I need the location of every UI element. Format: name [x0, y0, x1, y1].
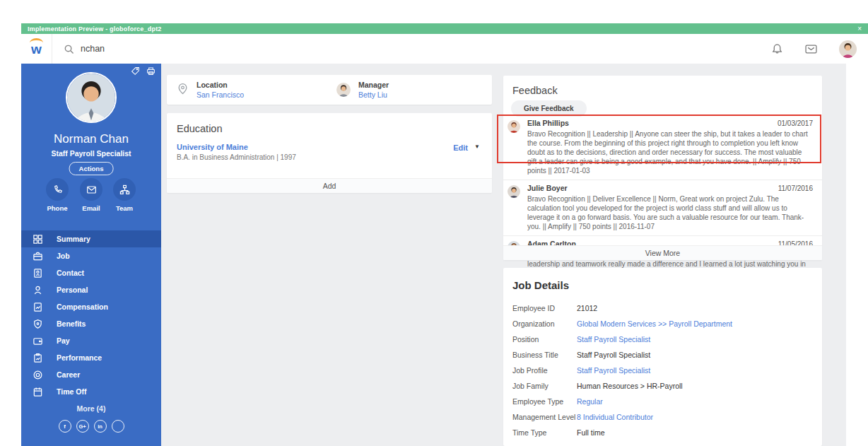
sidebar-item-contact[interactable]: Contact — [21, 264, 161, 281]
phone-icon — [46, 178, 69, 201]
google-plus-icon[interactable]: G+ — [76, 420, 89, 433]
chevron-down-icon[interactable]: ▼ — [474, 143, 480, 150]
sidebar-item-summary[interactable]: Summary — [21, 230, 161, 247]
notifications-bell-icon[interactable] — [771, 43, 783, 55]
header-actions — [771, 34, 857, 64]
employee-job-title: Staff Payroll Specialist — [21, 149, 161, 158]
content-area: Norman Chan Staff Payroll Specialist Act… — [21, 64, 846, 446]
job-detail-row: Organization Global Modern Services >> P… — [512, 316, 813, 331]
job-detail-row: Position Staff Payroll Specialist — [512, 331, 813, 347]
location-value-link[interactable]: San Francisco — [197, 90, 244, 99]
job-detail-label: Job Family — [512, 382, 577, 390]
benefits-shield-icon — [33, 319, 43, 329]
time-off-calendar-icon — [33, 387, 43, 397]
job-detail-value[interactable]: Staff Payroll Specialist — [577, 366, 650, 375]
sidebar-item-performance[interactable]: Performance — [21, 349, 161, 366]
facebook-icon[interactable]: f — [59, 420, 71, 433]
sidebar-item-time-off[interactable]: Time Off — [21, 383, 161, 400]
job-detail-row: Job Family Human Resources > HR-Payroll — [512, 378, 813, 394]
job-detail-row: Employee Type Regular — [512, 394, 813, 409]
search-bar — [64, 44, 307, 54]
job-details-card: Job Details Employee ID 21012 Organizati… — [503, 268, 822, 446]
job-detail-label: Employee Type — [512, 397, 577, 406]
feedback-author: Julie Boyer — [527, 184, 568, 192]
job-detail-label: Time Type — [512, 428, 577, 437]
personal-person-icon — [33, 285, 43, 295]
avatar — [508, 120, 520, 133]
manager-group: Manager Betty Liu — [336, 75, 389, 105]
manager-value-link[interactable]: Betty Liu — [358, 90, 389, 99]
email-icon — [80, 178, 102, 201]
job-details-rows: Employee ID 21012 Organization Global Mo… — [512, 300, 813, 440]
feedback-item: Julie Boyer 11/07/2016 Bravo Recognition… — [503, 180, 822, 235]
feedback-text: Bravo Recognition || Deliver Excellence … — [527, 194, 813, 231]
sidebar-item-personal[interactable]: Personal — [21, 281, 161, 298]
search-input[interactable] — [81, 44, 307, 54]
avatar — [508, 185, 520, 198]
compensation-doc-icon — [33, 302, 43, 312]
profile-avatar[interactable] — [839, 40, 857, 58]
sidebar-item-compensation[interactable]: Compensation — [21, 298, 161, 315]
job-detail-value[interactable]: Global Modern Services >> Payroll Depart… — [577, 319, 732, 328]
sidebar-item-pay[interactable]: Pay — [21, 332, 161, 349]
workday-logo[interactable]: w — [21, 34, 52, 64]
career-target-icon — [33, 370, 43, 380]
social-links: fG+in — [21, 420, 161, 433]
implementation-preview-bar: Implementation Preview - globoforce_dpt2… — [21, 23, 868, 34]
feedback-date: 11/07/2016 — [778, 184, 813, 192]
job-detail-value: Human Resources > HR-Payroll — [577, 382, 683, 390]
team-icon — [113, 178, 136, 201]
edit-button[interactable]: Edit — [453, 143, 468, 152]
team-quick-action[interactable]: Team — [109, 178, 140, 212]
education-card: Education University of Maine B.A. in Bu… — [167, 113, 492, 193]
employee-photo[interactable] — [66, 72, 117, 123]
actions-button[interactable]: Actions — [69, 162, 114, 175]
job-detail-value[interactable]: 8 Individual Contributor — [577, 413, 653, 421]
give-feedback-button[interactable]: Give Feedback — [511, 100, 587, 117]
performance-clipboard-icon — [33, 353, 43, 363]
phone-quick-action[interactable]: Phone — [42, 178, 73, 212]
twitter-icon[interactable] — [112, 420, 124, 433]
profile-sidebar: Norman Chan Staff Payroll Specialist Act… — [21, 64, 161, 446]
job-detail-label: Business Title — [512, 351, 577, 359]
add-button[interactable]: Add — [167, 178, 492, 193]
sidebar-item-benefits[interactable]: Benefits — [21, 315, 161, 332]
summary-grid-icon — [33, 234, 43, 245]
top-header: w — [21, 34, 868, 64]
feedback-text: Bravo Recognition || Leadership || Anyon… — [527, 129, 813, 175]
feedback-author: Ella Phillips — [527, 119, 569, 127]
job-detail-row: Job Profile Staff Payroll Specialist — [512, 363, 813, 378]
job-detail-row: Business Title Staff Payroll Specialist — [512, 347, 813, 363]
linkedin-icon[interactable]: in — [94, 420, 107, 433]
education-title: Education — [177, 123, 223, 134]
job-detail-value: Staff Payroll Specialist — [577, 351, 650, 359]
job-detail-row: Time Type Full time — [512, 425, 813, 440]
job-detail-value: 21012 — [577, 304, 597, 312]
overview-card: Location San Francisco Manager Betty Liu — [167, 75, 492, 105]
view-more-button[interactable]: View More — [503, 245, 822, 260]
employee-name: Norman Chan — [21, 132, 161, 146]
location-group: Location San Francisco — [177, 75, 244, 105]
print-icon[interactable] — [146, 66, 156, 78]
tag-icon[interactable] — [131, 66, 140, 78]
manager-avatar — [336, 83, 351, 97]
search-icon — [64, 44, 74, 54]
email-quick-action[interactable]: Email — [76, 178, 107, 212]
job-briefcase-icon — [33, 251, 43, 262]
job-detail-label: Organization — [512, 319, 577, 328]
job-detail-value[interactable]: Staff Payroll Specialist — [577, 335, 650, 344]
sidebar-more[interactable]: More (4) — [21, 404, 161, 413]
close-icon[interactable]: × — [857, 25, 862, 33]
job-detail-value: Full time — [577, 428, 605, 437]
feedback-item: Ella Phillips 01/03/2017 Bravo Recogniti… — [503, 115, 822, 180]
sidebar-toolbar — [131, 66, 156, 78]
inbox-icon[interactable] — [804, 43, 818, 55]
job-detail-row: Employee ID 21012 — [512, 300, 813, 316]
job-details-title: Job Details — [512, 279, 569, 291]
job-detail-label: Job Profile — [512, 366, 577, 375]
feedback-title: Feedback — [512, 85, 558, 96]
education-school-link[interactable]: University of Maine — [177, 143, 248, 151]
job-detail-value[interactable]: Regular — [577, 397, 603, 406]
sidebar-item-career[interactable]: Career — [21, 366, 161, 383]
sidebar-item-job[interactable]: Job — [21, 247, 161, 264]
